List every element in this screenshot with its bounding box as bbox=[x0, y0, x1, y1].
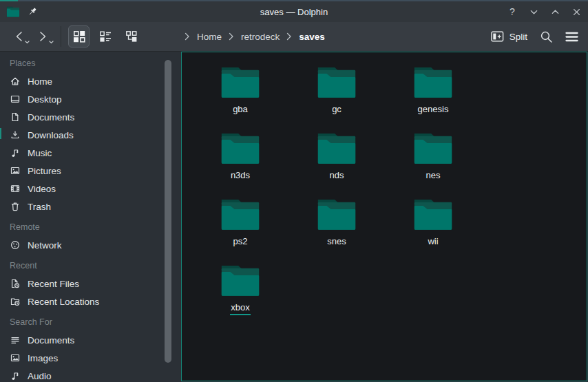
folder-item[interactable]: wii bbox=[385, 193, 481, 259]
folder-label: gba bbox=[232, 105, 249, 117]
tree-view-button[interactable] bbox=[120, 25, 142, 47]
sidebar-item-label: Recent Files bbox=[28, 279, 79, 289]
pin-icon[interactable] bbox=[28, 7, 38, 17]
folder-item[interactable]: n3ds bbox=[192, 127, 288, 193]
sidebar-item-label: Network bbox=[28, 240, 62, 251]
split-button-label: Split bbox=[510, 32, 527, 42]
home-icon bbox=[10, 76, 21, 87]
window-body: PlacesHomeDesktopDocumentsDownloadsMusic… bbox=[0, 52, 588, 382]
folder-item[interactable]: xbox bbox=[192, 259, 288, 325]
folder-icon bbox=[316, 132, 357, 167]
folder-label: genesis bbox=[417, 105, 450, 117]
sidebar-item-recent-locations[interactable]: Recent Locations bbox=[0, 293, 181, 310]
sidebar-item-label: Home bbox=[28, 76, 52, 87]
folder-label: ps2 bbox=[233, 237, 249, 249]
split-view-icon bbox=[491, 31, 504, 42]
breadcrumb-current[interactable]: saves bbox=[299, 32, 325, 42]
sidebar-scrollbar[interactable] bbox=[165, 60, 171, 363]
help-button[interactable]: ? bbox=[507, 6, 518, 18]
split-button[interactable]: Split bbox=[491, 31, 527, 42]
forward-button[interactable] bbox=[34, 25, 52, 48]
recent-locations-icon bbox=[10, 296, 21, 307]
folder-item[interactable]: nes bbox=[385, 127, 481, 193]
folder-item[interactable]: gba bbox=[192, 61, 288, 127]
folder-label: n3ds bbox=[230, 171, 251, 183]
folder-icon bbox=[412, 66, 454, 100]
places-panel: PlacesHomeDesktopDocumentsDownloadsMusic… bbox=[0, 52, 181, 382]
sidebar-item-label: Pictures bbox=[28, 166, 61, 176]
sidebar-item-label: Music bbox=[28, 148, 52, 158]
sidebar-section-header: Recent bbox=[0, 257, 181, 275]
breadcrumb-separator-icon bbox=[286, 32, 292, 41]
breadcrumb-separator-icon bbox=[185, 32, 190, 41]
breadcrumb-item[interactable]: Home bbox=[197, 32, 222, 42]
picture-icon bbox=[10, 352, 21, 363]
window-border-accent bbox=[0, 0, 18, 1]
text-lines-icon bbox=[10, 335, 21, 346]
folder-label: nes bbox=[426, 171, 441, 183]
breadcrumb-item[interactable]: retrodeck bbox=[241, 32, 280, 42]
sidebar-item-recent-files[interactable]: Recent Files bbox=[0, 275, 181, 293]
sidebar-item-videos[interactable]: Videos bbox=[0, 180, 181, 198]
window-title: saves — Dolphin bbox=[0, 7, 588, 17]
toolbar-separator bbox=[61, 26, 61, 47]
sidebar-item-label: Desktop bbox=[28, 94, 62, 105]
back-dropdown-icon[interactable] bbox=[25, 34, 30, 47]
search-button[interactable] bbox=[540, 30, 553, 43]
window-border-top bbox=[0, 0, 588, 1]
details-view-button[interactable] bbox=[94, 25, 116, 47]
folder-view[interactable]: gbagcgenesisn3dsndsnesps2sneswiixbox bbox=[181, 52, 587, 381]
forward-dropdown-icon[interactable] bbox=[49, 34, 54, 47]
sidebar-item-downloads[interactable]: Downloads bbox=[0, 126, 181, 144]
sidebar-item-pictures[interactable]: Pictures bbox=[0, 162, 181, 180]
close-icon[interactable] bbox=[571, 6, 582, 18]
sidebar-item-home[interactable]: Home bbox=[0, 72, 181, 90]
folder-item[interactable]: gc bbox=[288, 61, 385, 127]
download-icon bbox=[10, 129, 21, 140]
sidebar-item-documents[interactable]: Documents bbox=[0, 331, 181, 349]
window-border-left-accent bbox=[0, 128, 1, 139]
titlebar[interactable]: saves — Dolphin ? bbox=[0, 1, 588, 22]
sidebar-section-header: Remote bbox=[0, 218, 181, 236]
sidebar-item-audio[interactable]: Audio bbox=[0, 367, 181, 382]
maximize-button[interactable] bbox=[549, 6, 560, 18]
sidebar-item-music[interactable]: Music bbox=[0, 144, 181, 162]
minimize-button[interactable] bbox=[528, 6, 539, 18]
sidebar-item-images[interactable]: Images bbox=[0, 349, 181, 367]
folder-label: xbox bbox=[230, 303, 250, 315]
folder-icon bbox=[220, 198, 261, 233]
menu-button[interactable] bbox=[565, 32, 578, 42]
picture-icon bbox=[10, 165, 21, 176]
sidebar-item-label: Documents bbox=[28, 112, 74, 123]
sidebar-item-desktop[interactable]: Desktop bbox=[0, 90, 181, 108]
sidebar-item-documents[interactable]: Documents bbox=[0, 108, 181, 126]
toolbar: Homeretrodecksaves Split bbox=[0, 22, 588, 52]
sidebar-item-trash[interactable]: Trash bbox=[0, 198, 181, 215]
folder-app-icon bbox=[6, 6, 20, 18]
trash-icon bbox=[10, 201, 21, 212]
breadcrumb-separator-icon bbox=[229, 32, 234, 41]
sidebar-item-label: Audio bbox=[28, 371, 52, 381]
sidebar-section-header: Search For bbox=[0, 313, 181, 331]
sidebar-item-label: Documents bbox=[28, 335, 74, 346]
music-note-icon bbox=[10, 147, 21, 158]
tree-view-icon bbox=[125, 30, 138, 43]
icons-view-button[interactable] bbox=[68, 25, 90, 47]
sidebar-item-label: Videos bbox=[28, 184, 56, 194]
document-icon bbox=[10, 112, 21, 123]
folder-item[interactable]: snes bbox=[288, 193, 385, 259]
folder-item[interactable]: ps2 bbox=[192, 193, 288, 259]
film-icon bbox=[10, 183, 21, 194]
folder-label: snes bbox=[326, 237, 346, 249]
breadcrumb: Homeretrodecksaves bbox=[183, 22, 325, 51]
dolphin-window: saves — Dolphin ? bbox=[0, 0, 588, 382]
folder-item[interactable]: nds bbox=[288, 127, 385, 193]
sidebar-section-header: Places bbox=[0, 54, 181, 72]
folder-label: wii bbox=[427, 237, 439, 249]
folder-label: gc bbox=[331, 105, 342, 117]
details-view-icon bbox=[99, 30, 112, 43]
sidebar-item-network[interactable]: Network bbox=[0, 236, 181, 254]
icons-view-icon bbox=[73, 30, 85, 43]
folder-item[interactable]: genesis bbox=[385, 61, 481, 127]
back-button[interactable] bbox=[10, 25, 28, 48]
